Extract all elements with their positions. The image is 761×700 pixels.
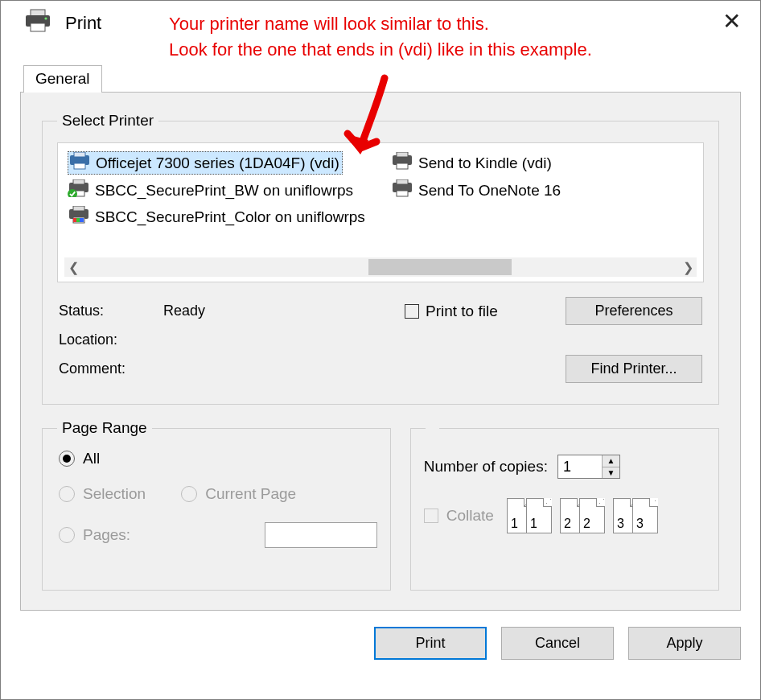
- printer-item-secure-bw[interactable]: SBCC_SecurePrint_BW on uniflowrps: [68, 179, 370, 201]
- cancel-button-label: Cancel: [535, 635, 580, 651]
- comment-label: Comment:: [59, 360, 163, 377]
- printer-label: Officejet 7300 series (1DA04F) (vdi): [96, 154, 339, 172]
- scroll-right-icon[interactable]: ❯: [679, 258, 697, 276]
- checkbox-icon: [405, 304, 419, 319]
- apply-button[interactable]: Apply: [628, 627, 741, 660]
- print-button[interactable]: Print: [374, 627, 487, 660]
- tab-general[interactable]: General: [23, 65, 102, 93]
- radio-all[interactable]: All: [59, 450, 377, 467]
- radio-current-page-label: Current Page: [205, 485, 296, 503]
- print-button-label: Print: [415, 635, 445, 651]
- printer-default-icon: [68, 179, 90, 201]
- svg-rect-10: [397, 163, 408, 169]
- radio-icon: [59, 527, 75, 543]
- page-range-group: Page Range All Selection Current Page Pa…: [42, 419, 391, 591]
- scroll-left-icon[interactable]: ❮: [64, 258, 82, 276]
- printer-list-hscrollbar[interactable]: ❮ ❯: [64, 257, 697, 277]
- collate-preview-2: 2 2: [560, 498, 605, 533]
- svg-rect-0: [31, 10, 45, 16]
- tab-general-label: General: [35, 70, 90, 87]
- spin-down-icon[interactable]: ▼: [603, 467, 619, 479]
- copies-input[interactable]: [558, 455, 602, 478]
- svg-point-3: [44, 17, 47, 19]
- page-range-legend: Page Range: [57, 419, 152, 437]
- scroll-track[interactable]: [82, 257, 679, 277]
- location-label: Location:: [59, 331, 163, 348]
- printer-color-icon: [68, 206, 90, 228]
- radio-selection-label: Selection: [83, 485, 146, 503]
- svg-rect-9: [397, 152, 408, 157]
- printer-inkjet-icon: [68, 152, 91, 174]
- status-label: Status:: [59, 303, 163, 319]
- radio-icon: [59, 451, 75, 467]
- svg-rect-12: [73, 179, 84, 184]
- print-to-file-checkbox[interactable]: Print to file: [405, 303, 566, 320]
- mini-page: 3: [632, 498, 658, 533]
- printer-generic-icon: [391, 179, 413, 201]
- preferences-label: Preferences: [594, 303, 673, 319]
- dialog-button-bar: Print Cancel Apply: [1, 627, 741, 674]
- select-printer-group: Select Printer Officejet 7300 series (1D…: [42, 112, 719, 405]
- select-printer-legend: Select Printer: [57, 112, 158, 130]
- printer-icon: [23, 9, 52, 37]
- copies-label: Number of copies:: [424, 458, 548, 476]
- printer-item-secure-color[interactable]: SBCC_SecurePrint_Color on uniflowrps: [68, 206, 370, 228]
- tab-row: General: [23, 64, 760, 92]
- radio-selection: Selection: [59, 485, 146, 503]
- find-printer-label: Find Printer...: [590, 360, 677, 377]
- window-title: Print: [65, 13, 101, 34]
- printer-label: SBCC_SecurePrint_Color on uniflowrps: [95, 208, 365, 226]
- titlebar: Print ✕: [1, 1, 760, 42]
- collate-label: Collate: [446, 507, 494, 525]
- pages-input: [265, 522, 377, 548]
- svg-rect-6: [74, 152, 85, 157]
- status-value: Ready: [163, 303, 405, 319]
- printer-item-officejet[interactable]: Officejet 7300 series (1DA04F) (vdi): [68, 151, 343, 175]
- collate-preview-3: 3 3: [613, 498, 658, 533]
- printer-label: SBCC_SecurePrint_BW on uniflowrps: [95, 182, 353, 200]
- radio-current-page: Current Page: [181, 485, 296, 503]
- printer-item-kindle[interactable]: Send to Kindle (vdi): [391, 151, 693, 175]
- svg-rect-21: [73, 218, 76, 222]
- spin-up-icon[interactable]: ▲: [603, 455, 619, 467]
- preferences-button[interactable]: Preferences: [566, 297, 702, 325]
- radio-icon: [59, 486, 75, 502]
- radio-icon: [181, 486, 197, 502]
- svg-rect-2: [31, 23, 45, 31]
- radio-all-label: All: [83, 450, 100, 467]
- svg-rect-16: [397, 179, 408, 184]
- svg-rect-23: [80, 218, 84, 222]
- svg-rect-17: [397, 191, 408, 196]
- checkbox-icon: [424, 509, 438, 523]
- mini-page: 1: [526, 498, 552, 533]
- printer-label: Send To OneNote 16: [418, 182, 561, 200]
- svg-rect-19: [73, 206, 84, 211]
- printer-list[interactable]: Officejet 7300 series (1DA04F) (vdi) Sen…: [57, 142, 704, 282]
- find-printer-button[interactable]: Find Printer...: [566, 355, 702, 383]
- cancel-button[interactable]: Cancel: [501, 627, 614, 660]
- radio-pages-label: Pages:: [83, 526, 130, 544]
- print-to-file-label: Print to file: [426, 303, 498, 320]
- collate-checkbox: Collate 1 1 2 2 3 3: [424, 498, 705, 533]
- printer-label: Send to Kindle (vdi): [418, 154, 552, 172]
- collate-preview-1: 1 1: [507, 498, 552, 533]
- copies-group: . Number of copies: ▲ ▼ Collate 1 1: [410, 419, 719, 591]
- svg-rect-22: [76, 218, 80, 222]
- mini-page: 2: [579, 498, 605, 533]
- tab-body: Select Printer Officejet 7300 series (1D…: [20, 92, 741, 611]
- svg-rect-7: [74, 163, 85, 169]
- printer-item-onenote[interactable]: Send To OneNote 16: [391, 179, 693, 201]
- printer-generic-icon: [391, 152, 413, 174]
- radio-pages: Pages:: [59, 522, 377, 548]
- scroll-thumb[interactable]: [368, 259, 512, 275]
- copies-spinner[interactable]: ▲ ▼: [557, 455, 620, 479]
- close-button[interactable]: ✕: [722, 10, 741, 33]
- apply-button-label: Apply: [666, 635, 702, 651]
